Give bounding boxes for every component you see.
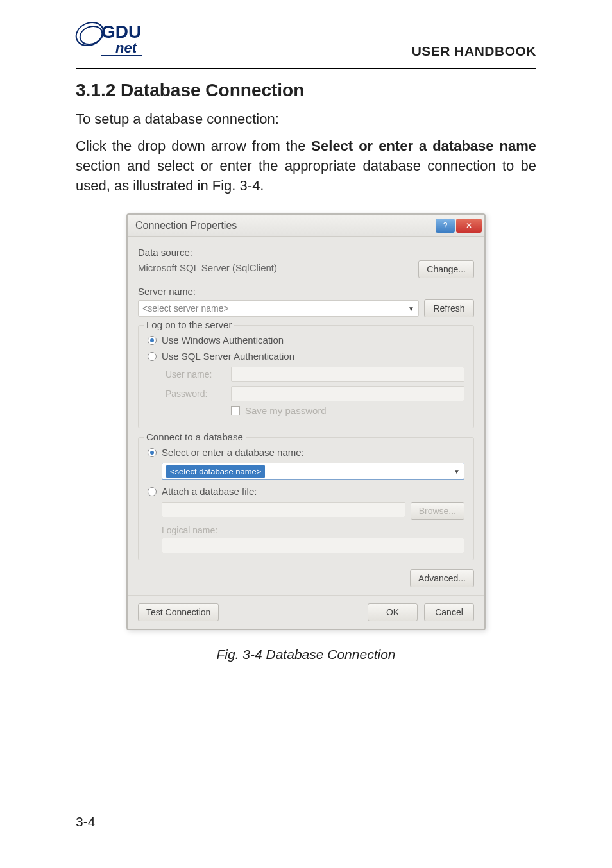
help-icon[interactable]: ? [436, 219, 455, 233]
para-bold: Select or enter a database name [311, 138, 536, 154]
connect-db-groupbox: Connect to a database Select or enter a … [138, 437, 474, 560]
save-password-label: Save my password [245, 405, 327, 416]
logical-name-field [162, 538, 464, 553]
dialog-footer: Test Connection OK Cancel [128, 595, 484, 629]
connect-db-title: Connect to a database [144, 431, 246, 442]
page-number: 3-4 [76, 814, 95, 830]
database-name-combo[interactable]: <select database name> ▼ [162, 463, 464, 480]
logo-subtext: net [115, 40, 137, 56]
username-field [231, 367, 464, 382]
data-source-value: Microsoft SQL Server (SqlClient) [138, 262, 412, 276]
window-buttons: ? ✕ [436, 219, 482, 233]
sql-auth-radio[interactable] [148, 352, 157, 361]
close-icon[interactable]: ✕ [456, 219, 482, 233]
username-label: User name: [166, 369, 225, 380]
handbook-title: USER HANDBOOK [412, 44, 536, 59]
figure-caption: Fig. 3-4 Database Connection [76, 647, 536, 662]
windows-auth-label: Use Windows Authentication [162, 335, 284, 346]
cancel-button[interactable]: Cancel [424, 603, 474, 621]
logical-name-label: Logical name: [162, 525, 464, 535]
chevron-down-icon: ▼ [408, 305, 414, 312]
select-db-radio[interactable] [148, 448, 157, 457]
windows-auth-radio[interactable] [148, 336, 157, 345]
logo: GDU net [76, 18, 143, 63]
sql-auth-label: Use SQL Server Authentication [162, 351, 294, 362]
para-post: section and select or enter the appropri… [76, 158, 536, 194]
ok-button[interactable]: OK [368, 603, 418, 621]
password-field [231, 386, 464, 401]
attach-db-label: Attach a database file: [162, 486, 257, 497]
save-password-checkbox [231, 406, 240, 415]
body-paragraph: Click the drop down arrow from the Selec… [76, 137, 536, 196]
attach-db-radio[interactable] [148, 487, 157, 496]
server-name-value: <select server name> [142, 303, 229, 313]
database-name-value: <select database name> [166, 465, 265, 478]
connection-properties-dialog: Connection Properties ? ✕ Data source: M… [126, 213, 486, 630]
data-source-label: Data source: [138, 247, 474, 258]
header-divider [76, 68, 536, 69]
logo-underline [101, 55, 142, 56]
refresh-button[interactable]: Refresh [424, 299, 474, 317]
chevron-down-icon: ▼ [454, 468, 460, 475]
test-connection-button[interactable]: Test Connection [138, 603, 219, 621]
browse-button: Browse... [411, 502, 464, 520]
section-heading: 3.1.2 Database Connection [76, 80, 536, 101]
dialog-titlebar: Connection Properties ? ✕ [128, 215, 484, 237]
advanced-button[interactable]: Advanced... [410, 569, 474, 587]
server-name-label: Server name: [138, 286, 474, 297]
server-name-combo[interactable]: <select server name> ▼ [138, 300, 419, 317]
dialog-body: Data source: Microsoft SQL Server (SqlCl… [128, 237, 484, 595]
password-label: Password: [166, 388, 225, 399]
logon-group-title: Log on to the server [144, 319, 234, 330]
select-db-label: Select or enter a database name: [162, 447, 304, 458]
dialog-title: Connection Properties [135, 220, 237, 231]
logon-groupbox: Log on to the server Use Windows Authent… [138, 325, 474, 428]
para-pre: Click the drop down arrow from the [76, 138, 311, 154]
change-button[interactable]: Change... [418, 260, 474, 278]
intro-text: To setup a database connection: [76, 111, 536, 128]
attach-file-field [162, 502, 405, 517]
page-header: GDU net USER HANDBOOK [76, 18, 536, 63]
